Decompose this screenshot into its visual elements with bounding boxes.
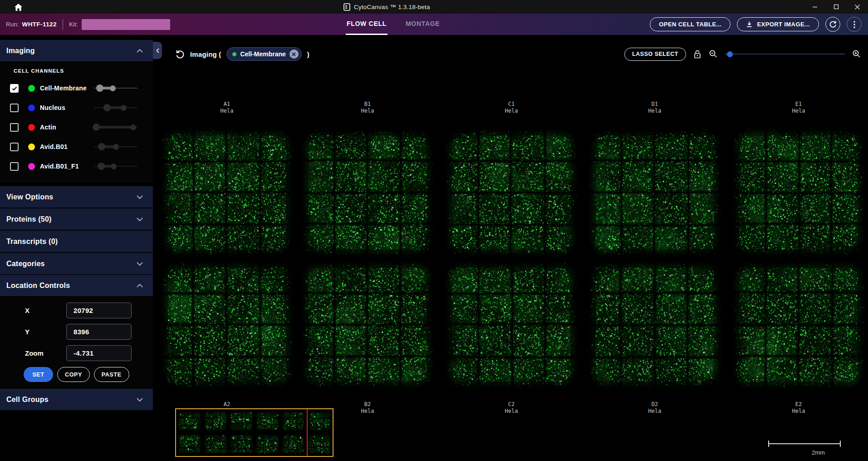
chevron-up-icon [137, 49, 143, 53]
refresh-button[interactable] [825, 17, 840, 32]
slider-handle-high[interactable] [121, 105, 127, 111]
channel-range-slider[interactable] [94, 163, 137, 170]
filter-prefix: Imaging ( [190, 50, 221, 58]
sidebar-section-transcripts-0[interactable]: Transcripts (0) [0, 230, 153, 252]
well-image-a1-b[interactable] [161, 261, 293, 389]
section-imaging[interactable]: Imaging [0, 40, 153, 61]
chevron-down-icon [137, 195, 143, 199]
well-label-e2: E2 Hela [767, 401, 830, 415]
channel-color-dot [28, 85, 35, 92]
channel-checkbox-actin[interactable] [10, 123, 19, 132]
slider-handle-low[interactable] [103, 104, 111, 111]
undo-icon[interactable] [175, 49, 185, 59]
export-image-button[interactable]: EXPORT IMAGE... [737, 17, 819, 31]
app-title: CytoCanvas ™ 1.3.18-beta [354, 4, 430, 10]
channel-range-slider[interactable] [94, 143, 137, 150]
minimap-image [176, 409, 333, 456]
flow-cell-minimap[interactable] [175, 408, 333, 457]
kebab-menu-button[interactable] [847, 17, 862, 32]
well-image-b1-b[interactable] [301, 261, 434, 389]
channel-range-slider[interactable] [94, 104, 137, 111]
toolbar-actions: OPEN CELL TABLE... EXPORT IMAGE... [650, 17, 862, 32]
left-sidebar: Imaging CELL CHANNELS Cell-MembraneNucle… [0, 35, 153, 461]
chip-color-dot [232, 52, 236, 56]
chip-remove-button[interactable] [289, 50, 299, 59]
cell-channels-heading: CELL CHANNELS [14, 68, 64, 74]
zoom-in-icon[interactable] [852, 50, 861, 59]
channel-row-avid-b01: Avid.B01 [0, 137, 153, 157]
zoom-slider-thumb[interactable] [727, 51, 733, 57]
sidebar-section-proteins-50[interactable]: Proteins (50) [0, 208, 153, 230]
channel-checkbox-nucleus[interactable] [10, 104, 19, 112]
channel-color-dot [28, 104, 35, 111]
app-title-group: CytoCanvas ™ 1.3.18-beta [343, 0, 430, 14]
channel-checkbox-cell-membrane[interactable] [10, 84, 19, 93]
flow-cell-viewer: Imaging ( Cell-Membrane ) LASSO SELECT [153, 35, 868, 461]
y-input[interactable] [66, 324, 132, 340]
channel-range-slider[interactable] [94, 84, 137, 92]
zoom-slider[interactable] [725, 51, 845, 58]
slider-handle-low[interactable] [98, 163, 105, 170]
channel-checkbox-avid-b01[interactable] [10, 143, 19, 151]
paste-button[interactable]: PASTE [94, 367, 129, 382]
maximize-icon[interactable] [825, 0, 847, 14]
sidebar-section-view-options[interactable]: View Options [0, 186, 153, 208]
open-cell-table-button[interactable]: OPEN CELL TABLE... [650, 17, 731, 31]
tab-flow-cell[interactable]: FLOW CELL [346, 14, 387, 35]
run-label: Run: [6, 21, 19, 28]
well-image-d1[interactable] [588, 129, 721, 257]
sidebar-collapse-button[interactable] [153, 42, 162, 59]
channel-range-slider[interactable] [94, 124, 137, 131]
check-icon [12, 86, 17, 91]
zoom-label: Zoom [25, 345, 44, 361]
well-image-b1[interactable] [301, 129, 434, 257]
x-label: X [25, 302, 29, 318]
zoom-slider-track[interactable] [725, 54, 845, 55]
channel-label: Avid.B01 [40, 143, 68, 150]
channel-label: Cell-Membrane [40, 84, 87, 92]
run-value: WHTF-1122 [22, 21, 57, 28]
well-image-e1[interactable] [732, 129, 865, 257]
minimize-icon[interactable] [804, 0, 825, 14]
close-icon[interactable] [847, 0, 868, 14]
channel-checkbox-avid-b01-f1[interactable] [10, 162, 19, 171]
tab-montage[interactable]: MONTAGE [405, 14, 441, 35]
slider-handle-high[interactable] [111, 164, 117, 169]
well-image-d1-b[interactable] [588, 261, 721, 389]
well-label-b2: B2 Hela [336, 401, 399, 415]
slider-handle-low[interactable] [96, 84, 103, 92]
slider-handle-low[interactable] [98, 143, 105, 150]
sidebar-section-categories[interactable]: Categories [0, 253, 153, 274]
location-controls-title: Location Controls [6, 282, 70, 290]
lasso-select-button[interactable]: LASSO SELECT [624, 48, 686, 61]
location-x-row: X [0, 302, 153, 318]
section-label: Categories [6, 260, 45, 268]
zoom-input[interactable] [66, 345, 132, 361]
lock-icon[interactable] [693, 50, 701, 59]
slider-handle-high[interactable] [113, 144, 119, 150]
channel-filter-chip[interactable]: Cell-Membrane [226, 47, 301, 61]
well-image-c1[interactable] [445, 129, 578, 257]
slider-handle-high[interactable] [130, 124, 136, 130]
home-icon[interactable] [13, 2, 24, 12]
slider-handle-high[interactable] [110, 85, 116, 91]
app-toolbar: Run: WHTF-1122 Kit: FLOW CELL MONTAGE OP… [0, 14, 868, 35]
zoom-out-icon[interactable] [709, 50, 718, 59]
section-cell-groups[interactable]: Cell Groups [0, 389, 153, 410]
set-button[interactable]: SET [24, 367, 53, 382]
slider-handle-low[interactable] [93, 124, 100, 131]
channel-row-cell-membrane: Cell-Membrane [0, 79, 153, 98]
well-image-c1-b[interactable] [445, 261, 578, 389]
channel-row-actin: Actin [0, 118, 153, 137]
chevron-left-icon [156, 48, 159, 53]
well-label-a2: A2 [195, 401, 259, 408]
well-image-a1[interactable] [161, 129, 293, 257]
well-label-d2: D2 Hela [623, 401, 687, 415]
x-input[interactable] [66, 302, 132, 318]
section-location-controls[interactable]: Location Controls [0, 275, 153, 296]
well-image-e1-b[interactable] [732, 261, 865, 389]
slider-range [96, 126, 133, 129]
cell-channels-panel: CELL CHANNELS Cell-MembraneNucleusActinA… [0, 61, 153, 183]
kit-label: Kit: [69, 21, 78, 28]
copy-button[interactable]: COPY [57, 367, 90, 382]
